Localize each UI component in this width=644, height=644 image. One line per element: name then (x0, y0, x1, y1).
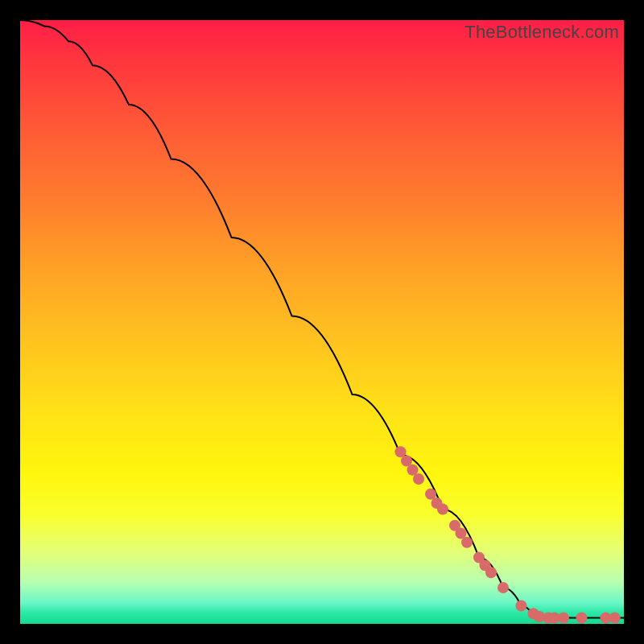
data-point (413, 473, 424, 485)
data-point (609, 613, 621, 624)
chart-frame: TheBottleneck.com (20, 20, 624, 624)
bottleneck-curve (20, 20, 624, 618)
data-point (437, 504, 448, 515)
highlighted-data-points (395, 446, 621, 623)
data-point (461, 537, 473, 548)
data-point (485, 567, 497, 578)
curve-path (20, 20, 624, 618)
data-point (576, 613, 588, 624)
data-point (558, 613, 569, 624)
data-point (497, 582, 509, 593)
chart-svg (20, 20, 624, 624)
watermark-text: TheBottleneck.com (464, 22, 619, 43)
data-point (516, 601, 527, 612)
